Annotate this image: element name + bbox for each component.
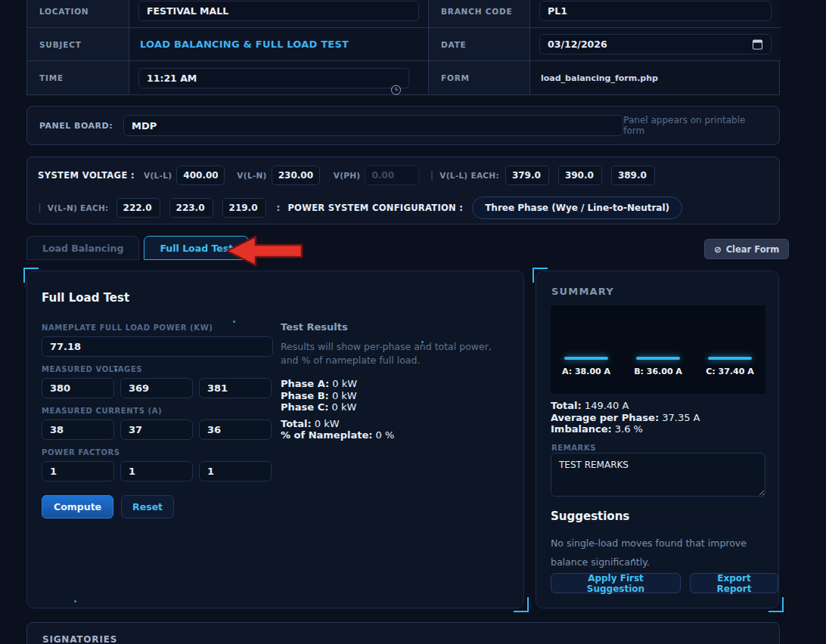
measured-voltages-label: MEASURED VOLTAGES <box>42 365 273 373</box>
bar-b-caption: B: 36.00 A <box>634 367 682 376</box>
vln-each-input-3[interactable] <box>222 198 266 218</box>
current-a-input[interactable] <box>42 420 114 440</box>
current-b-input[interactable] <box>120 420 193 440</box>
result-phase-c: Phase C: 0 kW <box>281 401 511 413</box>
vln-each-label: V(L-N) EACH: <box>48 203 109 212</box>
vph-input <box>365 166 419 185</box>
power-system-config-select[interactable]: Three Phase (Wye / Line-to-Neutral) <box>472 197 682 219</box>
summary-imbalance: Imbalance: 3.6 % <box>551 423 700 435</box>
vll-label: V(L-L) <box>144 171 172 180</box>
clear-form-icon: ⊘ <box>714 244 722 255</box>
form-label: FORM <box>429 61 530 94</box>
system-voltage-section: SYSTEM VOLTAGE : V(L-L) V(L-N) V(PH) | V… <box>26 156 780 224</box>
system-voltage-row-2: | V(L-N) EACH: : POWER SYSTEM CONFIGURAT… <box>38 191 769 224</box>
full-load-test-form: NAMEPLATE FULL LOAD POWER (KW) MEASURED … <box>42 315 273 519</box>
form-cell: load_balancing_form.php <box>530 61 781 94</box>
compute-button[interactable]: Compute <box>42 495 113 519</box>
time-cell <box>129 61 429 94</box>
vln-each-input-2[interactable] <box>169 198 213 218</box>
branch-code-input[interactable] <box>539 1 772 21</box>
vll-each-input-2[interactable] <box>558 166 602 185</box>
chart-bar-phase-a: A: 38.00 A <box>551 357 622 376</box>
system-voltage-title: SYSTEM VOLTAGE : <box>38 170 135 181</box>
vln-input[interactable] <box>272 166 320 185</box>
suggestions-title: Suggestions <box>551 509 629 523</box>
full-load-test-title: Full Load Test <box>42 291 129 305</box>
clear-form-button[interactable]: ⊘ Clear Form <box>704 239 789 259</box>
bar-a-caption: A: 38.00 A <box>562 367 610 376</box>
test-results: Test Results Results will show per-phase… <box>281 321 511 441</box>
pf-b-input[interactable] <box>120 461 193 481</box>
date-input[interactable] <box>539 34 772 54</box>
date-cell <box>530 28 781 61</box>
pf-a-input[interactable] <box>42 461 114 481</box>
branch-code-label: BRANCH CODE <box>429 0 530 28</box>
chart-bar-phase-b: B: 36.00 A <box>623 357 694 376</box>
divider: | <box>430 169 433 181</box>
power-system-config-label: POWER SYSTEM CONFIGURATION : <box>287 203 463 213</box>
time-label: TIME <box>27 61 129 94</box>
measured-voltages-row <box>42 378 273 398</box>
measured-currents-row <box>42 420 273 440</box>
power-factors-row <box>42 461 273 481</box>
time-input[interactable] <box>138 68 409 88</box>
bar-c-caption: C: 37.40 A <box>706 367 753 376</box>
reset-button[interactable]: Reset <box>121 495 174 519</box>
colon-separator: : <box>277 203 281 213</box>
panel-board-input[interactable] <box>123 115 623 136</box>
voltage-b-input[interactable] <box>120 378 193 398</box>
location-label: LOCATION <box>27 0 129 28</box>
location-input[interactable] <box>138 1 419 21</box>
clock-icon[interactable] <box>391 85 401 94</box>
apply-first-suggestion-button[interactable]: Apply First Suggestion <box>551 573 681 593</box>
bar-c <box>708 357 752 360</box>
date-label: DATE <box>429 28 530 61</box>
vln-each-input-1[interactable] <box>116 198 160 218</box>
vln-label: V(L-N) <box>237 171 266 180</box>
form-header-table: LOCATION BRANCH CODE SUBJECT LOAD BALANC… <box>26 0 780 95</box>
nameplate-input[interactable] <box>42 336 273 357</box>
suggestions-text: No single-load moves found that improve … <box>551 534 764 571</box>
summary-average: Average per Phase: 37.35 A <box>551 412 700 424</box>
voltage-a-input[interactable] <box>42 378 114 398</box>
summary-stats: Total: 149.40 A Average per Phase: 37.35… <box>551 400 700 435</box>
result-total: Total: 0 kW <box>281 418 511 430</box>
result-phase-b: Phase B: 0 kW <box>281 390 511 402</box>
panel-board-label: PANEL BOARD: <box>39 121 113 131</box>
vll-each-label: V(L-L) EACH: <box>439 171 499 180</box>
pf-c-input[interactable] <box>199 461 272 481</box>
bar-b <box>636 357 680 360</box>
form-value: load_balancing_form.php <box>530 73 658 83</box>
test-results-description: Results will show per-phase and total po… <box>281 340 511 367</box>
remarks-textarea[interactable]: TEST REMARKS <box>551 453 765 497</box>
export-report-button[interactable]: Export Report <box>690 573 778 593</box>
panel-board-hint: Panel appears on printable form <box>623 115 767 136</box>
result-phase-a: Phase A: 0 kW <box>281 378 511 390</box>
signatories-title: SIGNATORIES <box>42 634 764 644</box>
calendar-icon[interactable] <box>753 39 762 49</box>
result-nameplate-pct: % of Nameplate: 0 % <box>281 429 511 441</box>
remarks-label: REMARKS <box>551 444 596 452</box>
nameplate-label: NAMEPLATE FULL LOAD POWER (KW) <box>42 324 273 332</box>
flt-buttons: Compute Reset <box>42 495 273 519</box>
phase-current-chart: A: 38.00 A B: 36.00 A C: 37.40 A <box>551 305 765 394</box>
full-load-test-panel: Full Load Test NAMEPLATE FULL LOAD POWER… <box>26 271 524 608</box>
chart-bar-phase-c: C: 37.40 A <box>694 357 765 376</box>
summary-title: SUMMARY <box>551 286 614 297</box>
panel-board-section: PANEL BOARD: Panel appears on printable … <box>26 106 780 145</box>
summary-panel: SUMMARY A: 38.00 A B: 36.00 A C: 37.40 A… <box>536 271 779 608</box>
vll-input[interactable] <box>176 166 225 185</box>
vll-each-input-3[interactable] <box>611 166 655 185</box>
suggestions-buttons: Apply First Suggestion Export Report <box>551 573 778 593</box>
test-results-title: Test Results <box>281 321 511 333</box>
voltage-c-input[interactable] <box>199 378 272 398</box>
power-factors-label: POWER FACTORS <box>42 448 273 457</box>
bar-a <box>564 357 608 360</box>
signatories-section: SIGNATORIES <box>26 622 780 644</box>
current-c-input[interactable] <box>199 420 272 440</box>
vll-each-input-1[interactable] <box>505 166 549 185</box>
clear-form-label: Clear Form <box>726 244 780 255</box>
tab-full-load-test[interactable]: Full Load Test <box>144 236 249 260</box>
subject-label: SUBJECT <box>27 28 129 61</box>
tab-load-balancing[interactable]: Load Balancing <box>26 236 139 260</box>
